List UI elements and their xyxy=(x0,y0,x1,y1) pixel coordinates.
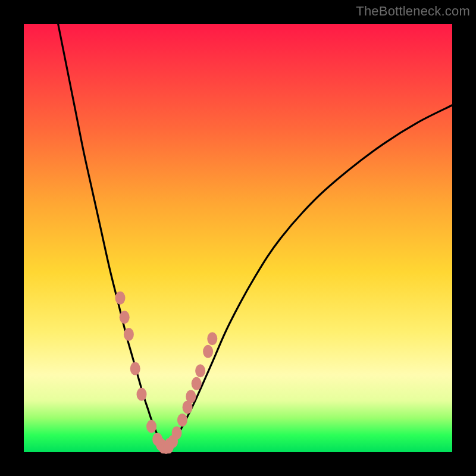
data-marker xyxy=(124,328,134,341)
data-marker xyxy=(130,362,140,375)
data-marker xyxy=(137,388,147,401)
data-marker xyxy=(207,332,217,345)
watermark-text: TheBottleneck.com xyxy=(356,4,470,19)
data-marker xyxy=(115,292,126,305)
marker-layer xyxy=(115,292,218,454)
data-marker xyxy=(146,420,156,433)
data-marker xyxy=(203,345,213,358)
data-marker xyxy=(192,377,202,390)
data-marker xyxy=(195,364,205,377)
right-curve xyxy=(165,105,452,447)
data-marker xyxy=(172,427,182,440)
data-marker xyxy=(164,440,174,453)
data-marker xyxy=(177,414,187,427)
data-marker xyxy=(120,311,130,324)
chart-stage: TheBottleneck.com xyxy=(0,0,476,476)
left-curve xyxy=(58,24,165,447)
plot-area xyxy=(24,24,452,452)
data-marker xyxy=(186,390,196,403)
plot-svg xyxy=(24,24,452,452)
